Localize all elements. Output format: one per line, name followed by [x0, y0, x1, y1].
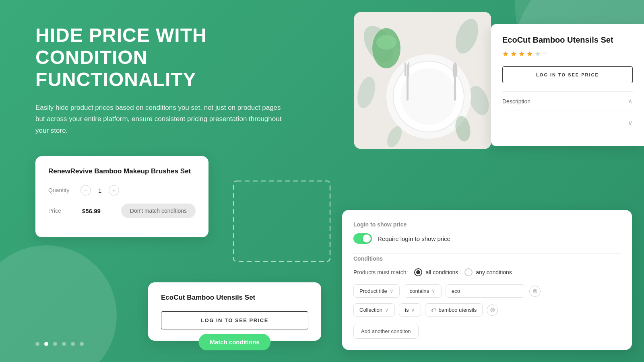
svg-rect-15	[408, 62, 409, 76]
dont-match-badge: Don't match conditions	[121, 204, 196, 218]
condition1-remove-icon: ⊗	[533, 287, 538, 295]
right-panel: EcoCut Bamboo Utensils Set ★ ★ ★ ★ ★ ☆ L…	[330, 0, 644, 362]
all-conditions-option[interactable]: all conditions	[414, 268, 458, 276]
condition2-field-select[interactable]: Collection ∨	[353, 303, 395, 317]
star-5: ★	[535, 49, 541, 58]
description-label: Description	[502, 98, 530, 105]
product-login-btn[interactable]: LOG IN TO SEE PRICE	[502, 66, 633, 83]
dot-5[interactable]	[71, 342, 75, 346]
match-label: Products must match:	[353, 269, 408, 276]
conditions-section-title: Conditions	[353, 253, 621, 262]
svg-rect-14	[405, 62, 406, 76]
card2-login-btn[interactable]: LOG IN TO SEE PRICE	[161, 311, 308, 329]
condition2-remove-icon: ⊗	[490, 306, 495, 314]
dot-4[interactable]	[62, 342, 66, 346]
price-label: Price	[48, 208, 80, 214]
all-conditions-label: all conditions	[425, 269, 458, 276]
toggle-row: Require login to show price	[353, 233, 621, 244]
quantity-increase[interactable]: +	[109, 185, 119, 195]
condition-row-2: Collection ∨ is ∨ 🏷 bamboo utensils ⊗	[353, 303, 621, 317]
toggle-knob	[363, 234, 371, 243]
condition1-field-label: Product title	[359, 288, 387, 294]
description-row: Description ∧	[502, 91, 633, 111]
condition-row-1: Product title ∨ contains ∨ ⊗	[353, 284, 621, 298]
dot-3[interactable]	[53, 342, 57, 346]
svg-point-8	[376, 35, 396, 49]
product-name: EcoCut Bamboo Utensils Set	[502, 35, 633, 45]
hero-title: HIDE PRICE WITH CONDITION FUNCTIONALITY	[35, 24, 309, 91]
product-image-card	[354, 12, 491, 149]
conditions-panel: Login to show price Require login to sho…	[342, 210, 632, 350]
product-card-1: RenewRevive Bamboo Makeup Brushes Set Qu…	[35, 156, 208, 237]
condition1-operator-select[interactable]: contains ∨	[404, 284, 442, 298]
any-conditions-option[interactable]: any conditions	[464, 268, 512, 276]
hero-subtitle: Easily hide product prices based on cond…	[35, 102, 285, 137]
match-conditions-badge: Match conditions	[198, 334, 270, 350]
dot-6[interactable]	[80, 342, 84, 346]
all-conditions-radio	[414, 268, 422, 276]
description-chevron-up[interactable]: ∧	[628, 97, 633, 105]
product-card-2: EcoCut Bamboo Utensils Set LOG IN TO SEE…	[148, 282, 321, 341]
toggle-label: Require login to show price	[378, 235, 450, 242]
price-value: $56.99	[82, 208, 101, 214]
condition2-value-tag: 🏷 bamboo utensils	[425, 303, 483, 317]
card1-title: RenewRevive Bamboo Makeup Brushes Set	[48, 167, 196, 175]
star-rating: ★ ★ ★ ★ ★ ☆	[502, 49, 633, 58]
svg-point-17	[453, 62, 458, 78]
extra-row: ∨	[502, 111, 633, 135]
condition1-remove-btn[interactable]: ⊗	[529, 286, 541, 297]
star-3: ★	[518, 49, 525, 58]
any-conditions-radio	[464, 268, 473, 276]
condition2-operator-select[interactable]: is ∨	[399, 303, 421, 317]
quantity-decrease[interactable]: −	[80, 185, 91, 195]
condition2-field-chevron: ∨	[385, 307, 389, 313]
add-condition-btn[interactable]: Add another conditon	[353, 324, 419, 339]
star-4: ★	[526, 49, 533, 58]
dots-indicator	[35, 342, 84, 346]
quantity-control: − 1 +	[80, 185, 119, 195]
login-section-title: Login to show price	[353, 221, 621, 228]
condition2-operator-label: is	[405, 307, 409, 313]
quantity-value: 1	[98, 187, 101, 194]
condition2-operator-chevron: ∨	[411, 307, 415, 313]
condition1-value-input[interactable]	[446, 284, 525, 298]
all-conditions-radio-inner	[416, 270, 420, 274]
any-conditions-label: any conditions	[476, 269, 512, 276]
require-login-toggle[interactable]	[353, 233, 372, 244]
condition2-field-label: Collection	[359, 307, 382, 313]
condition2-value-label: bamboo utensils	[438, 307, 477, 313]
quantity-label: Quantity	[48, 187, 80, 193]
condition1-operator-label: contains	[410, 288, 429, 294]
star-1: ★	[502, 49, 509, 58]
dot-1[interactable]	[35, 342, 39, 346]
product-info-card: EcoCut Bamboo Utensils Set ★ ★ ★ ★ ★ ☆ L…	[491, 24, 644, 146]
quantity-row: Quantity − 1 +	[48, 185, 196, 195]
star-2: ★	[510, 49, 517, 58]
match-row: Products must match: all conditions any …	[353, 268, 621, 276]
left-content: HIDE PRICE WITH CONDITION FUNCTIONALITY …	[35, 24, 309, 237]
extra-chevron-down[interactable]: ∨	[628, 119, 633, 127]
card2-title: EcoCut Bamboo Utensils Set	[161, 294, 308, 302]
tag-icon: 🏷	[431, 307, 436, 313]
condition1-field-select[interactable]: Product title ∨	[353, 284, 400, 298]
dot-2[interactable]	[44, 342, 48, 346]
price-row: Price $56.99 Don't match conditions	[48, 204, 196, 218]
svg-point-11	[400, 68, 457, 125]
product-image	[354, 12, 491, 149]
plate-illustration	[354, 12, 491, 149]
star-half: ☆	[543, 49, 548, 58]
condition1-field-chevron: ∨	[390, 288, 394, 294]
condition1-operator-chevron: ∨	[431, 288, 436, 294]
condition2-remove-btn[interactable]: ⊗	[487, 304, 498, 316]
